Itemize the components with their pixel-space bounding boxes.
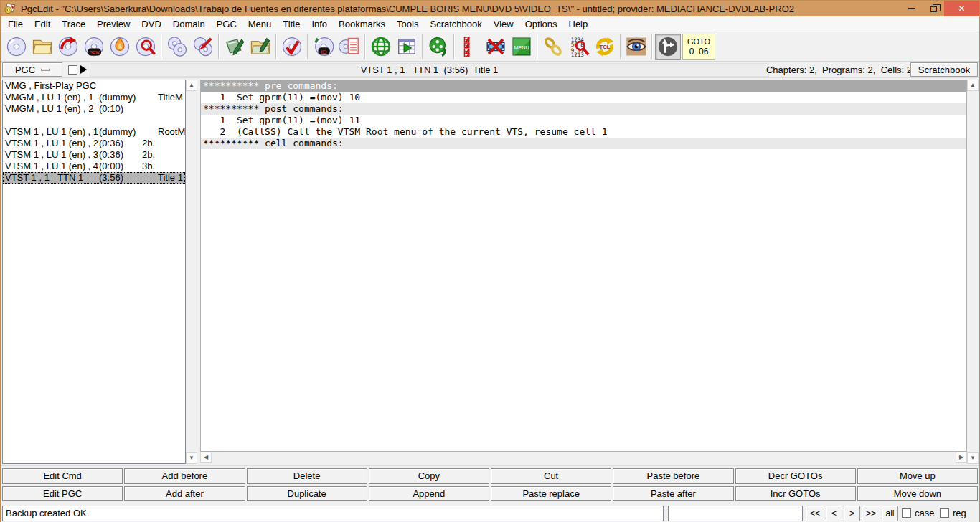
search-first-button[interactable]: <<: [806, 506, 824, 521]
list-item[interactable]: VMGM , LU 1 (en) , 2(0:10): [3, 103, 185, 115]
search-last-button[interactable]: >>: [862, 506, 880, 521]
move-down-button[interactable]: Move down: [857, 486, 978, 502]
scroll-up-icon[interactable]: ▲: [186, 80, 197, 91]
list-item[interactable]: VMG , First-Play PGC: [3, 80, 185, 92]
film-reel-button[interactable]: [425, 34, 451, 60]
toolbar-separator: [161, 34, 162, 59]
menu-editor-button[interactable]: MENU: [509, 34, 534, 60]
menu-bookmarks[interactable]: Bookmarks: [333, 17, 391, 31]
scroll-up-icon[interactable]: ▲: [967, 80, 979, 91]
scroll-down-icon[interactable]: ▼: [186, 452, 197, 464]
paste-after-button[interactable]: Paste after: [613, 486, 733, 502]
burn-dvd-button[interactable]: [107, 34, 133, 60]
play-pgc-icon[interactable]: [80, 65, 87, 74]
menu-dvd[interactable]: DVD: [136, 17, 166, 31]
menu-scratchbook[interactable]: Scratchbook: [424, 17, 487, 31]
new-dvd-button[interactable]: new: [81, 34, 107, 60]
search-next-button[interactable]: >: [844, 506, 860, 521]
menu-title[interactable]: Title: [277, 17, 306, 31]
checklist-button[interactable]: [457, 34, 483, 60]
edit-notes-button[interactable]: [222, 34, 248, 60]
append-button[interactable]: Append: [369, 486, 489, 502]
menu-view[interactable]: View: [488, 17, 519, 31]
menu-options[interactable]: Options: [519, 17, 563, 31]
open-folder-button[interactable]: [29, 34, 55, 60]
restore-button[interactable]: [923, 1, 944, 16]
command-header[interactable]: ********** cell commands:: [201, 138, 966, 149]
copy-dvd-button[interactable]: [164, 34, 190, 60]
play-table-button[interactable]: [394, 34, 420, 60]
menu-edit[interactable]: Edit: [29, 17, 56, 31]
move-up-button[interactable]: Move up: [857, 468, 978, 484]
list-vscrollbar[interactable]: ▲ ▼: [186, 80, 198, 464]
copy-button[interactable]: Copy: [369, 468, 489, 484]
paste-before-button[interactable]: Paste before: [613, 468, 733, 484]
tcl-console-button[interactable]: TCL: [592, 34, 618, 60]
reload-dvd-button[interactable]: [55, 34, 81, 60]
menu-help[interactable]: Help: [563, 17, 594, 31]
toolbar-separator: [422, 34, 423, 59]
menu-info[interactable]: Info: [306, 17, 333, 31]
incr-gotos-button[interactable]: Incr GOTOs: [735, 486, 856, 502]
list-item[interactable]: [3, 115, 185, 126]
add-before-button[interactable]: Add before: [124, 468, 245, 484]
command-header[interactable]: ********** post commands:: [201, 103, 966, 115]
add-after-button[interactable]: Add after: [124, 486, 245, 502]
scroll-down-icon[interactable]: ▼: [967, 452, 979, 464]
list-item-selected[interactable]: VTST 1 , 1TTN 1(3:56)Title 1: [3, 172, 185, 184]
kill-menu-button[interactable]: [483, 34, 509, 60]
search-numbers-button[interactable]: 123456 89 111213: [566, 34, 592, 60]
search-prev-button[interactable]: <: [826, 506, 842, 521]
close-button[interactable]: ✕: [944, 1, 979, 16]
menu-menu[interactable]: Menu: [242, 17, 278, 31]
check-dvd-button[interactable]: [279, 34, 305, 60]
menu-file[interactable]: File: [2, 17, 29, 31]
edit-pgc-button[interactable]: Edit PGC: [2, 486, 123, 502]
cut-button[interactable]: Cut: [491, 468, 611, 484]
menu-pgc[interactable]: PGC: [211, 17, 242, 31]
svg-text:1213: 1213: [571, 52, 584, 57]
command-hscrollbar[interactable]: ◀ ▶: [200, 452, 967, 464]
command-line[interactable]: 1 Set gprm(11) =(mov) 11: [201, 115, 966, 126]
menu-tools[interactable]: Tools: [391, 17, 424, 31]
dvd-log-button[interactable]: [336, 34, 362, 60]
menu-preview[interactable]: Preview: [91, 17, 136, 31]
list-item[interactable]: VTSM 1 , LU 1 (en) , 1(dummy)RootM: [3, 126, 185, 138]
decr-gotos-button[interactable]: Decr GOTOs: [735, 468, 856, 484]
goto-tracer-button[interactable]: [655, 34, 681, 60]
menu-domain[interactable]: Domain: [167, 17, 211, 31]
edit-folder-button[interactable]: [248, 34, 273, 60]
case-checkbox[interactable]: [902, 508, 911, 518]
list-item[interactable]: VTSM 1 , LU 1 (en) , 2(0:36)2b.: [3, 138, 185, 149]
find-dvd-button[interactable]: [133, 34, 159, 60]
command-line[interactable]: 2 (CallSS) Call the VTSM Root menu of th…: [201, 126, 966, 138]
open-dvd-button[interactable]: [4, 34, 29, 60]
scroll-left-icon[interactable]: ◀: [200, 452, 212, 463]
regexp-checkbox[interactable]: [940, 508, 949, 518]
eye-preview-button[interactable]: [623, 34, 649, 60]
list-item[interactable]: VMGM , LU 1 (en) , 1(dummy)TitleM: [3, 92, 185, 103]
edit-cmd-button[interactable]: Edit Cmd: [2, 468, 123, 484]
delete-button[interactable]: Delete: [247, 468, 367, 484]
command-vscrollbar[interactable]: ▲ ▼: [967, 80, 979, 464]
paste-replace-button[interactable]: Paste replace: [491, 486, 611, 502]
restore-dvd-button[interactable]: [190, 34, 216, 60]
find-dvd-icon: [135, 36, 156, 57]
command-header-selected[interactable]: ********** pre commands:: [201, 80, 966, 92]
menu-trace[interactable]: Trace: [56, 17, 91, 31]
dvd-id-button[interactable]: ID: [311, 34, 336, 60]
pgc-checkbox[interactable]: [68, 65, 77, 75]
minimize-button[interactable]: [901, 1, 923, 16]
scratchbook-button[interactable]: Scratchbook: [910, 62, 978, 77]
duplicate-button[interactable]: Duplicate: [247, 486, 367, 502]
list-item[interactable]: VTSM 1 , LU 1 (en) , 4(0:00)3b.: [3, 161, 185, 172]
scroll-right-icon[interactable]: ▶: [956, 452, 967, 463]
list-item[interactable]: VTSM 1 , LU 1 (en) , 3(0:36)2b.: [3, 149, 185, 161]
pgc-selector-button[interactable]: PGC: [2, 62, 62, 77]
web-button[interactable]: [368, 34, 394, 60]
chain-button[interactable]: [540, 34, 566, 60]
search-all-button[interactable]: all: [882, 506, 898, 521]
svg-text:TCL: TCL: [599, 44, 610, 50]
command-line[interactable]: 1 Set gprm(11) =(mov) 10: [201, 92, 966, 103]
search-input[interactable]: [668, 506, 803, 521]
